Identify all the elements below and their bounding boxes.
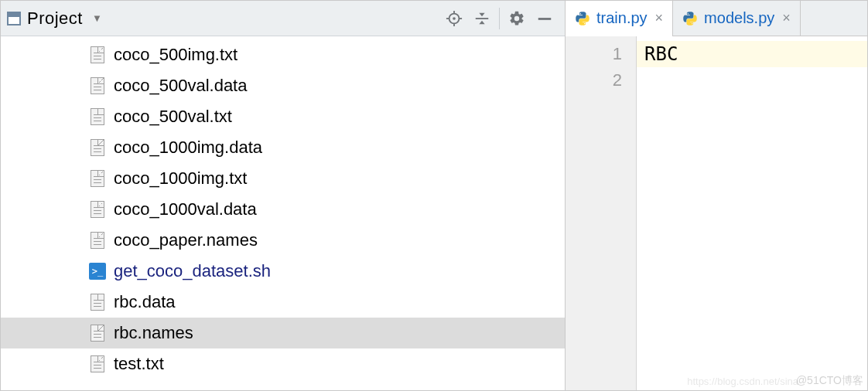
code-line[interactable]: RBC [637,41,867,67]
text-file-icon [89,107,106,127]
project-title: Project [27,8,83,29]
tree-item-label: coco_1000val.data [114,199,257,219]
tree-item-label: rbc.names [114,323,193,343]
tree-item-label: coco_1000img.data [114,138,262,158]
editor-gutter: 12 [566,36,637,390]
gutter-line-number: 2 [566,67,636,94]
locate-button[interactable] [440,5,468,32]
tree-item-label: test.txt [114,354,164,374]
settings-button[interactable] [503,5,531,32]
text-file-icon [89,45,106,65]
shell-file-icon: >_ [89,261,106,281]
editor-tab-label: train.py [596,9,648,27]
project-toolbar: Project ▼ [1,1,565,36]
collapse-all-button[interactable] [468,5,496,32]
tree-item-label: coco_500img.txt [114,45,238,65]
tree-item-label: rbc.data [114,292,176,312]
tree-item-label: coco_1000img.txt [114,168,247,189]
svg-rect-6 [476,18,489,19]
tree-item[interactable]: coco_500val.txt [1,101,565,132]
editor-pane: train.py×models.py× 12 RBC [566,1,867,390]
editor-tabs: train.py×models.py× [566,1,867,36]
tree-item-label: coco_500val.data [114,76,247,96]
tree-item[interactable]: coco_paper.names [1,225,565,256]
hide-button[interactable] [531,5,559,32]
text-file-icon [89,354,106,374]
file-tree[interactable]: coco_500img.txtcoco_500val.datacoco_500v… [1,36,565,390]
text-file-icon [89,292,106,312]
editor: 12 RBC [566,36,867,390]
svg-point-1 [453,17,456,20]
editor-tab-label: models.py [704,9,774,27]
tree-item-label: get_coco_dataset.sh [114,261,271,281]
project-tool-window: Project ▼ [1,1,566,390]
project-view-selector[interactable]: Project ▼ [7,8,102,29]
svg-marker-7 [479,12,484,16]
chevron-down-icon: ▼ [92,12,102,24]
tree-item-label: coco_500val.txt [114,107,232,127]
text-file-icon [89,168,106,189]
tree-item-label: coco_paper.names [114,230,258,250]
tree-item[interactable]: coco_1000img.data [1,132,565,163]
editor-tab[interactable]: models.py× [673,1,801,36]
tree-item[interactable]: coco_500val.data [1,70,565,101]
text-file-icon [89,138,106,158]
tree-item[interactable]: coco_500img.txt [1,39,565,70]
tree-item[interactable]: coco_1000val.data [1,194,565,225]
editor-code[interactable]: RBC [637,36,867,390]
editor-tab[interactable]: train.py× [566,1,673,36]
text-file-icon [89,76,106,96]
code-line[interactable] [637,67,867,94]
tree-item[interactable]: test.txt [1,348,565,379]
python-file-icon [575,11,590,26]
text-file-icon [89,230,106,250]
gutter-line-number: 1 [566,41,636,67]
tree-item[interactable]: >_get_coco_dataset.sh [1,256,565,287]
tree-item[interactable]: rbc.data [1,287,565,318]
close-icon[interactable]: × [654,10,665,26]
toolbar-divider [499,8,500,29]
close-icon[interactable]: × [781,10,792,26]
tree-item[interactable]: coco_1000img.txt [1,163,565,194]
tree-item[interactable]: rbc.names [1,318,565,348]
svg-rect-9 [538,18,552,20]
text-file-icon [89,323,106,343]
text-file-icon [89,199,106,219]
svg-marker-8 [479,20,484,24]
project-icon [7,12,21,26]
python-file-icon [682,11,698,26]
